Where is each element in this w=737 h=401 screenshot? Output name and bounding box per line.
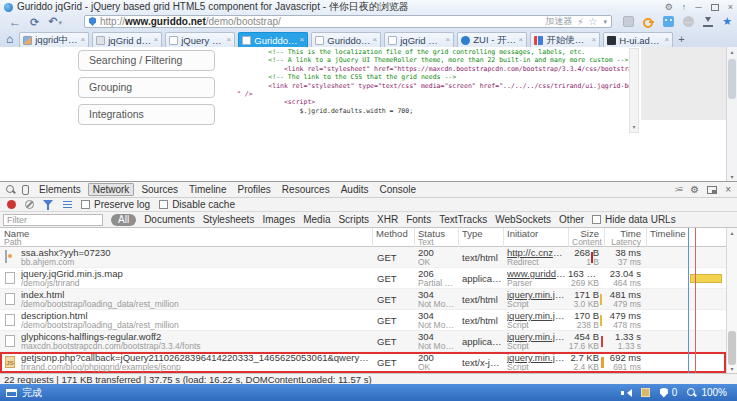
filter-type-texttracks[interactable]: TextTracks bbox=[439, 214, 487, 225]
tab-close-icon[interactable]: × bbox=[519, 36, 524, 44]
tab-close-icon[interactable]: × bbox=[592, 36, 597, 44]
reader-extension-icon[interactable] bbox=[663, 16, 674, 27]
filter-type-stylesheets[interactable]: Stylesheets bbox=[203, 214, 255, 225]
code-scrollbar[interactable]: ▾ bbox=[629, 48, 639, 133]
sidebar-item-integrations[interactable]: Integrations bbox=[78, 104, 215, 125]
undo-closed-tab-button[interactable]: ↶▾ bbox=[48, 14, 62, 30]
inspect-element-icon[interactable] bbox=[5, 184, 16, 195]
maximize-button[interactable] bbox=[711, 4, 719, 11]
filter-input[interactable] bbox=[3, 214, 103, 226]
scroll-up-icon[interactable]: ▴ bbox=[727, 48, 737, 55]
hide-data-urls-checkbox[interactable]: Hide data URLs bbox=[592, 214, 676, 225]
page-scrollbar[interactable]: ▴ ▾ bbox=[726, 47, 737, 181]
bookmark-caret-icon[interactable]: ▾ bbox=[603, 18, 607, 26]
scroll-down-icon[interactable]: ▾ bbox=[727, 173, 737, 180]
request-initiator-link[interactable]: jquery.min.js:4 bbox=[507, 353, 567, 363]
tab-jqgrid-demos-2[interactable]: jqGrid Demos× bbox=[384, 32, 454, 47]
zoom-level[interactable]: 100% bbox=[701, 387, 727, 398]
close-button[interactable]: × bbox=[728, 3, 733, 12]
filter-type-other[interactable]: Other bbox=[559, 214, 584, 225]
new-tab-button[interactable]: + bbox=[678, 33, 684, 45]
filter-funnel-icon[interactable] bbox=[43, 200, 54, 210]
devtools-close-icon[interactable]: × bbox=[725, 184, 731, 195]
more-menu-icon[interactable]: … bbox=[683, 16, 694, 27]
column-header-timeline[interactable]: Timeline bbox=[646, 228, 726, 247]
filter-type-scripts[interactable]: Scripts bbox=[338, 214, 369, 225]
network-request-row[interactable]: ssa.ashx?yyh=07230bb.ahjem.com GET 200OK… bbox=[0, 247, 726, 268]
minimize-button[interactable]: ─ bbox=[695, 3, 701, 12]
column-header-name[interactable]: NamePath bbox=[0, 228, 372, 247]
panel-tab-resources[interactable]: Resources bbox=[282, 184, 330, 195]
password-key-icon[interactable] bbox=[643, 16, 654, 27]
filter-type-fonts[interactable]: Fonts bbox=[406, 214, 431, 225]
dock-side-icon[interactable] bbox=[707, 186, 717, 194]
panel-tab-console[interactable]: Console bbox=[379, 184, 416, 195]
column-header-initiator[interactable]: Initiator bbox=[503, 228, 568, 247]
column-header-size[interactable]: SizeContent bbox=[568, 228, 604, 247]
back-button[interactable]: ← bbox=[9, 15, 21, 29]
refresh-button[interactable]: ⟳ bbox=[30, 15, 39, 29]
tab-close-icon[interactable]: × bbox=[446, 36, 451, 44]
tab-close-icon[interactable]: × bbox=[300, 36, 305, 44]
sidebar-item-searching-filtering[interactable]: Searching / Filtering bbox=[78, 50, 215, 71]
tab-zui[interactable]: ZUI - 开源HTM× bbox=[457, 32, 527, 47]
filter-type-media[interactable]: Media bbox=[303, 214, 330, 225]
network-request-row-selected[interactable]: JS getjsonp.php?callback=jQuery211026283… bbox=[0, 352, 726, 373]
checkbox-icon[interactable] bbox=[592, 215, 601, 224]
request-initiator-link[interactable]: http://c.cnzz.com/cor... bbox=[507, 248, 567, 258]
preserve-log-checkbox[interactable]: Preserve log bbox=[81, 199, 150, 210]
sidebar-item-grouping[interactable]: Grouping bbox=[78, 77, 215, 98]
tab-jqgrid-demos[interactable]: jqGrid demos-× bbox=[92, 32, 162, 47]
panel-tab-profiles[interactable]: Profiles bbox=[237, 184, 270, 195]
settings-gear-icon[interactable]: ⚙ bbox=[690, 184, 699, 195]
filter-type-xhr[interactable]: XHR bbox=[377, 214, 398, 225]
adblock-shield-icon[interactable] bbox=[660, 388, 668, 398]
tab-hui-admin[interactable]: H-ui.admin V2.× bbox=[603, 32, 673, 47]
network-request-row[interactable]: description.html/demo/bootstrap/loading_… bbox=[0, 310, 726, 331]
home-button[interactable]: ⌂ bbox=[6, 33, 13, 46]
tab-getting-started[interactable]: 开始使用 - Com× bbox=[530, 32, 600, 47]
devtools-scrollbar[interactable]: ▴ ▾ bbox=[726, 228, 737, 373]
filter-type-documents[interactable]: Documents bbox=[144, 214, 195, 225]
record-button[interactable] bbox=[7, 200, 16, 209]
request-initiator-link[interactable]: www.guriddo.net/:1 bbox=[507, 269, 567, 279]
device-mode-icon[interactable] bbox=[22, 185, 29, 195]
resource-sniffer-icon[interactable] bbox=[641, 388, 650, 397]
panel-tab-timeline[interactable]: Timeline bbox=[189, 184, 226, 195]
clear-requests-icon[interactable] bbox=[25, 200, 34, 209]
panel-tab-network[interactable]: Network bbox=[88, 183, 135, 196]
tab-close-icon[interactable]: × bbox=[373, 36, 378, 44]
panel-tab-elements[interactable]: Elements bbox=[39, 184, 81, 195]
disable-cache-checkbox[interactable]: Disable cache bbox=[159, 199, 235, 210]
scroll-down-icon[interactable]: ▾ bbox=[727, 365, 737, 372]
panel-tab-sources[interactable]: Sources bbox=[141, 184, 178, 195]
filter-type-all[interactable]: All bbox=[111, 214, 136, 226]
request-initiator-link[interactable]: jquery.min.js:4 bbox=[507, 311, 567, 321]
request-initiator-link[interactable]: jquery.min.js:3 bbox=[507, 332, 567, 342]
tab-jquery-grid-plugin[interactable]: jQuery Grid Plu× bbox=[165, 32, 235, 47]
snapshot-extension-icon[interactable] bbox=[623, 16, 634, 27]
scroll-down-icon[interactable]: ▾ bbox=[630, 123, 638, 132]
tab-close-icon[interactable]: × bbox=[665, 36, 670, 44]
network-request-row[interactable]: glyphicons-halflings-regular.woff2maxcdn… bbox=[0, 331, 726, 352]
network-request-row[interactable]: index.html/demo/bootstrap/loading_data/r… bbox=[0, 289, 726, 310]
tab-close-icon[interactable]: × bbox=[227, 36, 232, 44]
download-icon[interactable] bbox=[703, 16, 713, 27]
tab-jqgrid-baidu[interactable]: jqgrid中文_百度× bbox=[19, 32, 89, 47]
scrollbar-thumb[interactable] bbox=[728, 59, 736, 99]
skin-gear-icon[interactable]: ⚙ bbox=[665, 3, 673, 12]
scroll-up-icon[interactable]: ▴ bbox=[727, 229, 737, 236]
tab-guriddo-jqgrid[interactable]: Guriddo jqGrid× bbox=[311, 32, 381, 47]
accelerator-label[interactable]: 加速器 bbox=[545, 15, 572, 28]
favorites-icon[interactable]: ★ bbox=[722, 16, 732, 27]
panel-toggle-icon[interactable]: ↑ bbox=[682, 3, 687, 12]
tab-close-icon[interactable]: × bbox=[154, 36, 159, 44]
panel-tab-audits[interactable]: Audits bbox=[341, 184, 369, 195]
scrollbar-thumb[interactable] bbox=[728, 331, 736, 365]
lightning-icon[interactable]: ⚡ bbox=[577, 17, 583, 27]
tab-close-icon[interactable]: × bbox=[81, 36, 86, 44]
speaker-icon[interactable] bbox=[621, 388, 631, 398]
zoom-magnifier-icon[interactable] bbox=[687, 388, 697, 398]
bookmark-star-icon[interactable]: ☆ bbox=[589, 17, 598, 27]
request-initiator-link[interactable]: jquery.min.js:4 bbox=[507, 290, 567, 300]
